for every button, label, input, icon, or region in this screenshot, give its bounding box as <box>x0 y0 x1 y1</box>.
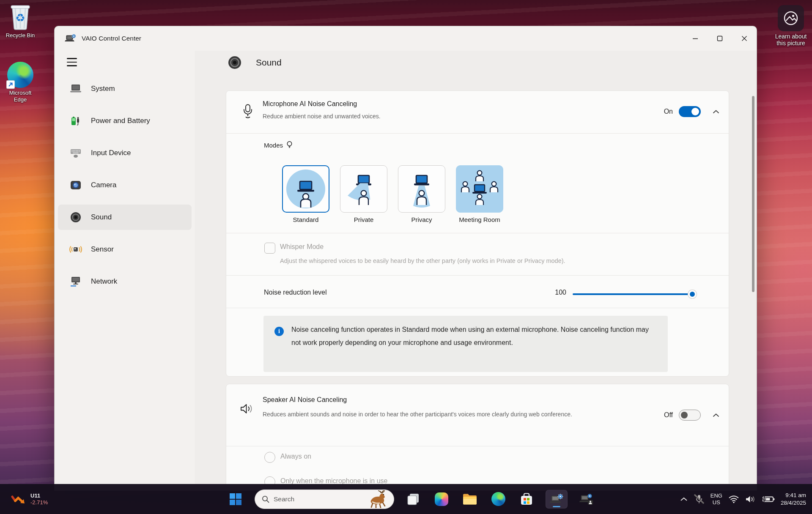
copilot-button[interactable] <box>432 490 451 509</box>
vaio-support-taskbar-button[interactable] <box>577 490 596 509</box>
wifi-tray-icon[interactable] <box>728 495 739 503</box>
mode-private[interactable]: Private <box>340 165 387 223</box>
speaker-noise-canceling-toggle[interactable] <box>679 410 701 421</box>
close-icon <box>741 36 747 41</box>
page-title: Sound <box>256 57 282 68</box>
sidebar-item-network[interactable]: Network <box>58 269 192 294</box>
taskbar: U11 -2.71% <box>0 484 812 514</box>
mode-selector: Standard <box>282 165 503 223</box>
page-sound-icon <box>227 55 242 70</box>
file-explorer-button[interactable] <box>461 490 479 509</box>
mode-privacy[interactable]: Privacy <box>398 165 445 223</box>
microsoft-store-button[interactable] <box>517 490 536 509</box>
battery-charging-icon <box>761 495 775 503</box>
microsoft-store-icon <box>520 492 533 506</box>
whisper-mode-description: Adjust the whispered voices to be easily… <box>280 257 565 264</box>
clock[interactable]: 9:41 am 28/4/2025 <box>781 492 806 507</box>
vaio-control-center-taskbar-button[interactable] <box>546 490 568 509</box>
slider-thumb[interactable] <box>688 290 697 298</box>
vaio-control-center-icon <box>549 493 564 506</box>
desktop-icon-microsoft-edge[interactable]: Microsoft Edge <box>0 62 41 103</box>
edge-button[interactable] <box>489 490 508 509</box>
sidebar-item-label: Power and Battery <box>91 117 150 125</box>
speaker-collapse-chevron[interactable] <box>712 411 720 419</box>
edge-icon <box>491 492 505 506</box>
mode-meeting-room[interactable]: Meeting Room <box>456 165 503 223</box>
mode-label: Standard <box>293 216 319 223</box>
speaker-section-title: Speaker AI Noise Canceling <box>263 396 347 404</box>
speaker-section-subtitle: Reduces ambient sounds and noise in orde… <box>263 409 643 420</box>
mode-standard[interactable]: Standard <box>282 165 329 223</box>
mic-toggle-state-label: On <box>664 108 673 115</box>
whisper-mode-checkbox[interactable] <box>264 243 275 254</box>
sidebar-item-input-device[interactable]: Input Device <box>58 140 192 166</box>
start-button[interactable] <box>226 490 245 509</box>
taskbar-search[interactable] <box>255 489 394 509</box>
chevron-up-icon <box>680 497 688 501</box>
sidebar-item-label: System <box>91 85 115 93</box>
laptop-icon <box>69 82 82 96</box>
sidebar-item-label: Sensor <box>91 245 114 254</box>
sidebar-item-label: Sound <box>91 213 112 221</box>
info-box: i Noise canceling function operates in S… <box>263 316 668 372</box>
hamburger-menu-button[interactable] <box>65 55 79 69</box>
battery-icon <box>69 114 82 128</box>
vaio-control-center-window: VAIO Control Center <box>54 26 757 491</box>
noise-reduction-slider[interactable] <box>573 290 696 298</box>
mode-label: Privacy <box>411 216 432 223</box>
standard-mode-icon <box>283 166 329 212</box>
screen: { "colors": { "accent": "#0067C0", "sele… <box>0 0 812 514</box>
info-icon: i <box>274 327 284 336</box>
mic-noise-canceling-toggle[interactable] <box>679 106 701 117</box>
volume-tray-icon[interactable] <box>745 495 755 503</box>
stocks-widget[interactable]: U11 -2.71% <box>6 484 52 514</box>
sidebar-item-label: Camera <box>91 181 116 189</box>
copilot-icon <box>435 492 448 506</box>
radio-always-on[interactable] <box>264 452 275 463</box>
task-view-button[interactable] <box>404 490 422 509</box>
microphone-muted-icon <box>694 494 705 504</box>
edge-logo-icon <box>7 62 33 88</box>
modes-label: Modes <box>264 142 283 149</box>
language-line1: ENG <box>710 492 722 499</box>
sidebar-item-sensor[interactable]: Sensor <box>58 237 192 262</box>
chevron-up-icon <box>713 110 719 114</box>
battery-tray-icon[interactable] <box>761 495 775 503</box>
mic-muted-tray-icon[interactable] <box>694 494 705 504</box>
network-icon <box>69 275 82 288</box>
vaio-support-icon <box>579 493 594 506</box>
slider-track <box>573 293 696 295</box>
noise-reduction-label: Noise reduction level <box>264 289 327 296</box>
sidebar-item-power-battery[interactable]: Power and Battery <box>58 108 192 134</box>
language-line2: US <box>710 499 722 506</box>
private-mode-icon <box>341 166 387 212</box>
tray-time: 9:41 am <box>781 492 806 499</box>
minimize-button[interactable] <box>683 26 708 51</box>
search-icon <box>262 495 269 503</box>
desktop-icon-recycle-bin[interactable]: ♻ Recycle Bin <box>0 3 41 39</box>
desktop-icon-label: Microsoft Edge <box>2 90 38 103</box>
mic-collapse-chevron[interactable] <box>712 107 720 116</box>
language-indicator[interactable]: ENG US <box>710 492 722 506</box>
whisper-mode-label: Whisper Mode <box>280 243 324 251</box>
tray-overflow-chevron[interactable] <box>680 497 688 501</box>
close-button[interactable] <box>732 26 757 51</box>
microphone-icon <box>241 104 254 120</box>
window-scrollbar-thumb[interactable] <box>752 96 754 292</box>
search-input[interactable] <box>274 495 362 503</box>
file-explorer-icon <box>462 493 477 506</box>
desktop-icon-label: Recycle Bin <box>6 32 35 39</box>
sidebar-item-sound[interactable]: Sound <box>58 205 192 230</box>
meeting-room-mode-icon <box>457 166 502 212</box>
maximize-button[interactable] <box>708 26 732 51</box>
vaio-app-icon <box>65 33 77 44</box>
camera-icon <box>69 178 82 192</box>
sidebar-item-camera[interactable]: Camera <box>58 172 192 198</box>
widget-change: -2.71% <box>30 499 48 506</box>
task-view-icon <box>406 492 420 506</box>
sidebar: System Power and Battery Input Device <box>55 51 195 490</box>
desktop-spotlight[interactable]: Learn about this picture <box>771 5 811 46</box>
search-highlight-deer-image <box>367 490 390 508</box>
sidebar-item-system[interactable]: System <box>58 76 192 101</box>
speaker-icon <box>745 495 755 503</box>
